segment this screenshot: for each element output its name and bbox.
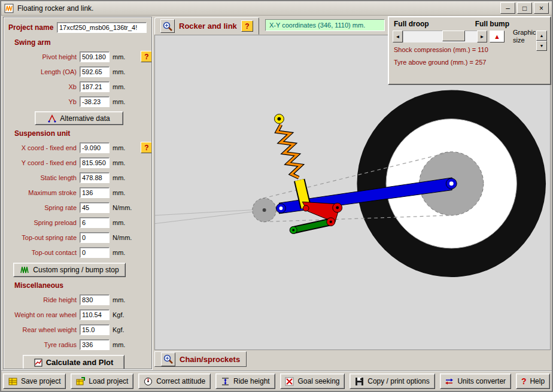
help-icon: ? [521,376,527,386]
tyre-above-ground-readout: Tyre above ground (mm.) = 257 [394,59,550,68]
length-oa-unit: mm. [113,68,138,75]
miscellaneous-header: Miscellaneous [14,281,151,290]
alternative-data-button[interactable]: Alternative data [35,111,123,125]
load-project-button[interactable]: Load project [71,373,133,389]
xb-label: Xb [7,83,77,90]
tab-rocker-and-link-label: Rocker and link [179,22,237,31]
pivot-height-input[interactable] [80,51,110,62]
length-oa-row: Length (OA) mm. [7,66,148,77]
tab-chain-sprockets[interactable]: Chain/sprockets [154,351,247,367]
suspension-unit-header: Suspension unit [14,129,151,138]
calculate-and-plot-button[interactable]: Calculate and Plot [23,355,124,369]
save-icon [8,377,17,386]
maximum-stroke-label: Maximum stroke [7,189,77,196]
y-coord-fixed-input[interactable] [80,157,110,168]
weight-on-rear-wheel-unit: Kgf. [113,311,138,318]
weight-on-rear-wheel-input[interactable] [80,309,110,320]
graphic-size-down-button[interactable]: ▼ [536,41,547,51]
weight-on-rear-wheel-row: Weight on rear wheel Kgf. [7,309,148,320]
length-oa-input[interactable] [80,66,110,77]
rocker-help-button[interactable]: ? [241,20,253,32]
topout-spring-rate-row: Top-out spring rate N/mm. [7,232,148,243]
graphic-size-up-button[interactable]: ▲ [536,31,547,41]
goal-seeking-button[interactable]: Goal seeking [280,373,345,389]
front-sprocket [253,198,276,221]
scroll-right-button[interactable]: ► [477,31,487,42]
rear-wheel-weight-input[interactable] [80,324,110,335]
swing-arm-help-button[interactable]: ? [141,51,152,62]
ride-height-unit: mm. [113,296,138,303]
maximum-stroke-unit: mm. [113,189,138,196]
ride-height-button[interactable]: Ride height [215,373,275,389]
tab-rocker-and-link[interactable]: Rocker and link ? [154,17,259,35]
goal-seeking-icon [285,377,294,386]
copy-print-options-button[interactable]: Copy / print options [350,373,434,389]
topout-contact-row: Top-out contact mm. [7,247,148,258]
spring-rate-row: Spring rate N/mm. [7,202,148,213]
full-bump-label: Full bump [475,20,509,28]
static-length-input[interactable] [80,172,110,183]
suspension-help-button[interactable]: ? [141,142,152,153]
travel-scrollbar[interactable]: ◄ ► [393,31,487,42]
shock-bottom-pin [303,205,309,211]
x-coord-fixed-unit: mm. [113,144,138,151]
yb-input[interactable] [80,96,110,107]
xb-input[interactable] [80,81,110,92]
x-coord-fixed-input[interactable] [80,142,110,153]
content-area: Project name Swing arm Pivot height mm. … [1,16,552,370]
y-coord-fixed-unit: mm. [113,159,138,166]
zoom-button-bottom[interactable] [161,353,175,366]
pivot-height-row: Pivot height mm. ? [7,51,148,62]
y-coord-fixed-row: Y coord - fixed end mm. [7,157,148,168]
alternative-data-icon [48,114,56,123]
topout-spring-rate-label: Top-out spring rate [7,234,77,241]
custom-spring-button[interactable]: Custom spring / bump stop [13,263,126,277]
ride-height-row: Ride height mm. [7,294,148,305]
app-icon [4,4,14,13]
correct-attitude-label: Correct attitude [156,377,205,385]
y-coord-fixed-label: Y coord - fixed end [7,159,77,166]
correct-attitude-button[interactable]: Correct attitude [138,373,211,389]
bottom-toolbar: Save project Load project Correct attitu… [1,370,552,391]
ride-height-label: Ride height [7,296,77,303]
input-panel: Project name Swing arm Pivot height mm. … [3,17,152,369]
yb-label: Yb [7,98,77,105]
scroll-left-button[interactable]: ◄ [393,31,403,42]
scrollbar-track[interactable] [403,31,477,42]
shock-compression-readout: Shock compression (mm.) = 110 [394,46,550,55]
rear-wheel-weight-row: Rear wheel weight Kgf. [7,324,148,335]
graphic-size-spinner: ▲ ▼ [536,31,547,51]
close-button[interactable]: × [534,2,549,14]
help-button[interactable]: ? Help [516,373,550,389]
minimize-button[interactable]: – [500,2,515,14]
spring-rate-input[interactable] [80,202,110,213]
calculate-and-plot-label: Calculate and Plot [46,358,114,367]
maximize-button[interactable]: □ [517,2,532,14]
alternative-data-label: Alternative data [60,114,110,123]
ride-height-input[interactable] [80,294,110,305]
topout-spring-rate-input[interactable] [80,232,110,243]
units-converter-button[interactable]: Units converter [440,373,511,389]
spring-preload-input[interactable] [80,217,110,228]
project-name-input[interactable] [57,22,147,33]
yb-unit: mm. [113,98,138,105]
spring-rate-label: Spring rate [7,204,77,211]
tyre-radius-label: Tyre radius [7,341,77,348]
topout-contact-label: Top-out contact [7,249,77,256]
maximum-stroke-input[interactable] [80,187,110,198]
topout-contact-unit: mm. [113,249,138,256]
droop-bump-panel: Full droop Full bump ◄ ► ▲ Graphic size [388,16,551,85]
spring-preload-unit: mm. [113,219,138,226]
save-project-button[interactable]: Save project [3,373,66,389]
help-button-label: Help [530,377,545,385]
static-length-row: Static length mm. [7,172,148,183]
swing-arm-header: Swing arm [14,38,151,47]
topout-contact-input[interactable] [80,247,110,258]
spring-icon [20,266,29,274]
maximum-stroke-row: Maximum stroke mm. [7,187,148,198]
app-window: Floating rocker and link. – □ × Project … [0,0,553,392]
zoom-button-top[interactable] [160,19,175,33]
scrollbar-thumb[interactable] [442,31,465,41]
tyre-radius-input[interactable] [80,339,110,350]
reset-position-button[interactable]: ▲ [490,31,505,42]
